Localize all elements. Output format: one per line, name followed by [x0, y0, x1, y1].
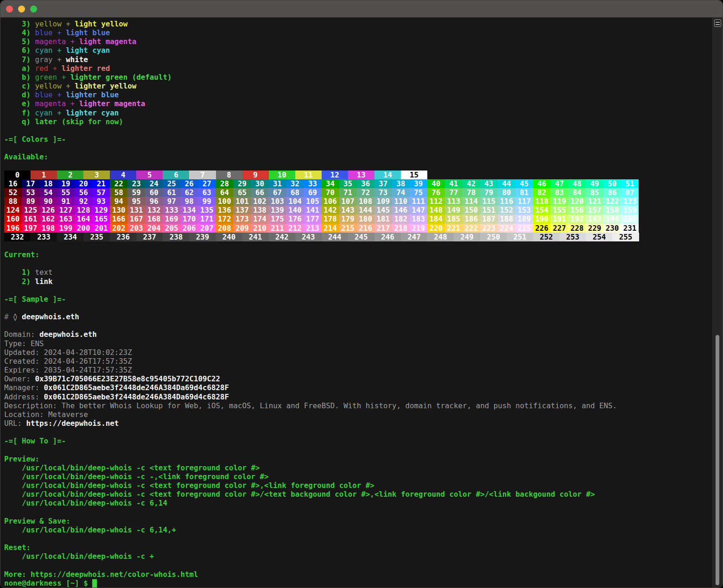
- palette-cell-72: 72: [357, 188, 374, 197]
- palette-cell-187: 187: [480, 215, 498, 223]
- palette-cell-100: 100: [216, 197, 233, 206]
- palette-cell-139: 139: [268, 206, 286, 215]
- palette-cell-167: 167: [127, 215, 145, 223]
- blank-line: [4, 534, 712, 543]
- palette-cell-127: 127: [57, 206, 75, 215]
- terminal-line: URL: https://deepwhois.net: [4, 419, 712, 428]
- titlebar[interactable]: [0, 0, 723, 18]
- terminal-line: Location: Metaverse: [4, 410, 712, 419]
- scrollbar-thumb[interactable]: [716, 335, 719, 585]
- palette-cell-123: 123: [621, 197, 639, 206]
- close-button[interactable]: [6, 6, 13, 13]
- text-segment: blue +: [35, 90, 66, 99]
- palette-cell-255: 255: [612, 233, 639, 241]
- palette-cell-52: 52: [4, 188, 22, 197]
- palette-cell-99: 99: [198, 197, 216, 206]
- terminal-line: Type: ENS: [4, 339, 712, 348]
- palette-cell-2: 2: [57, 171, 83, 179]
- blank-line: [4, 428, 712, 436]
- text-segment: Description: The better Whois Lookup for…: [4, 401, 617, 410]
- palette-cell-203: 203: [127, 224, 145, 233]
- terminal-line: 7) gray + white: [4, 55, 712, 64]
- palette-cell-220: 220: [427, 224, 445, 233]
- text-segment: Updated: 2024-04-28T10:02:23Z: [4, 348, 132, 357]
- terminal-line: Address: 0x061C2D865aebe3f2448de246A384D…: [4, 392, 712, 401]
- palette-cell-207: 207: [198, 224, 216, 233]
- palette-cell-129: 129: [92, 206, 110, 215]
- text-segment: magenta +: [35, 37, 79, 46]
- palette-cell-39: 39: [410, 179, 427, 188]
- terminal-line: b) green + lighter green (default): [4, 73, 712, 82]
- palette-cell-58: 58: [110, 188, 127, 197]
- palette-cell-76: 76: [427, 188, 445, 197]
- text-segment: later (skip for now): [35, 117, 123, 126]
- text-segment: 6): [4, 46, 35, 55]
- palette-cell-219: 219: [410, 224, 427, 233]
- palette-cell-178: 178: [322, 215, 339, 223]
- text-segment: Preview & Save:: [4, 517, 70, 525]
- scrollbar-track[interactable]: [712, 18, 723, 588]
- palette-cell-235: 235: [83, 233, 110, 241]
- palette-cell-5: 5: [136, 171, 163, 179]
- text-segment: 4): [4, 28, 35, 37]
- palette-cell-67: 67: [268, 188, 286, 197]
- palette-cell-241: 241: [242, 233, 269, 241]
- palette-cell-196: 196: [4, 224, 22, 233]
- palette-cell-143: 143: [339, 206, 357, 215]
- text-segment: lighter yellow: [75, 82, 136, 90]
- palette-cell-125: 125: [22, 206, 39, 215]
- minimize-button[interactable]: [18, 6, 25, 13]
- palette-cell-210: 210: [251, 224, 268, 233]
- palette-cell-17: 17: [22, 179, 39, 188]
- palette-cell-165: 165: [92, 215, 110, 223]
- palette-cell-83: 83: [551, 188, 568, 197]
- palette-cell-110: 110: [392, 197, 410, 206]
- palette-cell-226: 226: [533, 224, 551, 233]
- palette-cell-159: 159: [621, 206, 639, 215]
- palette-cell-69: 69: [304, 188, 322, 197]
- text-segment: Type: ENS: [4, 339, 44, 348]
- terminal-line: # ◊ deepwhois.eth: [4, 312, 712, 321]
- palette-cell-188: 188: [498, 215, 515, 223]
- text-segment: d): [4, 90, 35, 99]
- palette-row: 0123456789101112131415: [4, 171, 712, 179]
- palette-cell-98: 98: [180, 197, 198, 206]
- text-segment: /usr/local/bin/deep-whois -c +: [4, 552, 154, 561]
- text-segment: -=[ Colors ]=-: [4, 135, 66, 144]
- palette-cell-63: 63: [198, 188, 216, 197]
- palette-cell-111: 111: [410, 197, 427, 206]
- palette-cell-162: 162: [39, 215, 57, 223]
- palette-cell-158: 158: [603, 206, 621, 215]
- text-segment: /usr/local/bin/deep-whois -c 6,14,+: [4, 525, 176, 534]
- terminal-screen[interactable]: 3) yellow + light yellow 4) blue + light…: [0, 18, 712, 588]
- palette-cell-79: 79: [480, 188, 498, 197]
- palette-cell-20: 20: [75, 179, 92, 188]
- palette-cell-138: 138: [251, 206, 268, 215]
- palette-cell-182: 182: [392, 215, 410, 223]
- text-segment: Reset:: [4, 543, 31, 552]
- text-segment: 0x061C2D865aebe3f2448de246A384Da69d4c682…: [44, 392, 229, 401]
- split-pane-icon[interactable]: [714, 19, 721, 27]
- palette-row: 1241251261271281291301311321331341351361…: [4, 206, 712, 215]
- palette-cell-154: 154: [533, 206, 551, 215]
- terminal-line: 2) link: [4, 277, 712, 286]
- zoom-button[interactable]: [30, 6, 37, 13]
- palette-cell-163: 163: [57, 215, 75, 223]
- palette-cell-236: 236: [110, 233, 136, 241]
- palette-cell-181: 181: [374, 215, 392, 223]
- text-segment: -=[ How To ]=-: [4, 436, 66, 445]
- palette-cell-242: 242: [269, 233, 295, 241]
- terminal-line: /usr/local/bin/deep-whois -c 6,14,+: [4, 525, 712, 534]
- terminal-line: /usr/local/bin/deep-whois -c -,<link for…: [4, 472, 712, 481]
- text-segment: link: [35, 277, 53, 286]
- palette-cell-195: 195: [621, 215, 639, 223]
- palette-cell-169: 169: [163, 215, 180, 223]
- palette-cell-145: 145: [374, 206, 392, 215]
- palette-cell-1: 1: [31, 171, 57, 179]
- palette-cell-108: 108: [357, 197, 374, 206]
- palette-cell-95: 95: [127, 197, 145, 206]
- palette-cell-80: 80: [498, 188, 515, 197]
- palette-cell-204: 204: [145, 224, 163, 233]
- split-pane-bar-icon: [716, 24, 720, 25]
- palette-cell-113: 113: [445, 197, 463, 206]
